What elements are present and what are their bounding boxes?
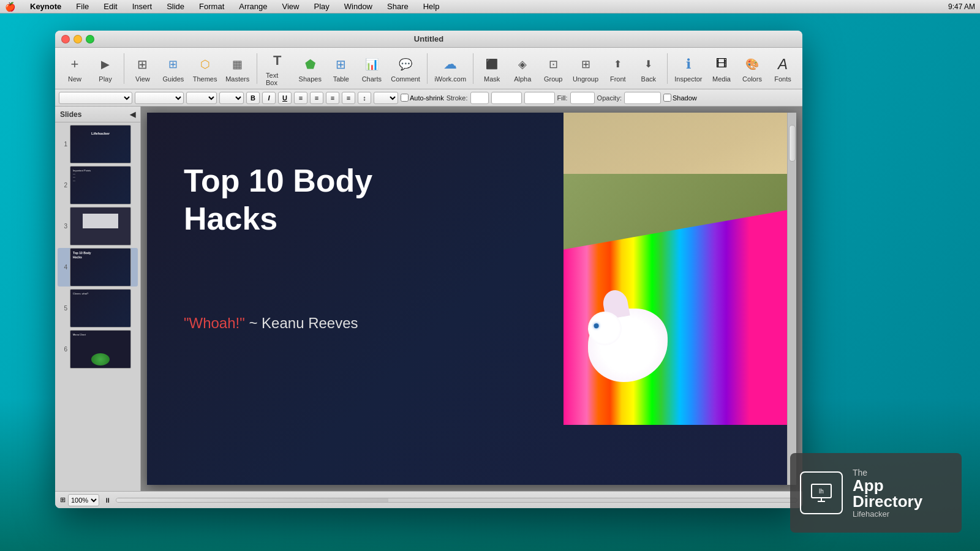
menu-insert[interactable]: Insert xyxy=(130,2,155,11)
underline-button[interactable]: U xyxy=(278,92,292,104)
text-color-select[interactable] xyxy=(219,92,244,104)
opacity-label: Opacity: xyxy=(597,94,622,102)
apple-logo-icon[interactable]: 🍎 xyxy=(5,2,15,12)
menu-file[interactable]: File xyxy=(74,2,91,11)
toolbar-charts-label: Charts xyxy=(362,75,382,83)
toolbar-alpha[interactable]: Alpha xyxy=(508,52,537,85)
app-dir-sub-label: Lifehacker xyxy=(853,509,952,519)
guides-icon xyxy=(164,54,183,74)
toolbar-back[interactable]: Back xyxy=(634,52,663,85)
slide-item-5[interactable]: 5 Clones: what? xyxy=(58,289,138,328)
slide-item-2[interactable]: 2 Important Points——— xyxy=(58,166,138,204)
toolbar-iwork-label: iWork.com xyxy=(434,75,466,83)
toolbar-fonts[interactable]: Fonts xyxy=(768,52,797,85)
toolbar-themes[interactable]: Themes xyxy=(189,52,221,85)
toolbar-ungroup[interactable]: Ungroup xyxy=(569,52,602,85)
font-style-select[interactable] xyxy=(135,92,184,104)
stroke-size-swatch[interactable] xyxy=(491,92,522,104)
toolbar-group[interactable]: Group xyxy=(538,52,568,85)
menu-arrange[interactable]: Arrange xyxy=(236,2,270,11)
menu-format[interactable]: Format xyxy=(197,2,227,11)
menu-window[interactable]: Window xyxy=(342,2,375,11)
toolbar-inspector-label: Inspector xyxy=(674,75,702,83)
line-spacing-button[interactable]: ↕ xyxy=(358,92,371,104)
minimize-button[interactable] xyxy=(74,35,82,43)
toolbar-masters[interactable]: Masters xyxy=(222,52,253,85)
scroll-thumb[interactable] xyxy=(789,125,796,162)
stroke-color-swatch[interactable] xyxy=(470,92,489,104)
fill-color-swatch[interactable] xyxy=(570,92,595,104)
menu-view[interactable]: View xyxy=(280,2,302,11)
zoom-select[interactable]: 100% 75% 50% 125% 150% xyxy=(68,494,99,506)
slides-collapse-icon[interactable]: ◀ xyxy=(130,110,135,119)
align-center-button[interactable]: ≡ xyxy=(310,92,323,104)
toolbar-shapes[interactable]: Shapes xyxy=(295,52,325,85)
toolbar-charts[interactable]: Charts xyxy=(357,52,386,85)
italic-button[interactable]: I xyxy=(262,92,276,104)
toolbar-comment-label: Comment xyxy=(391,75,420,83)
menu-share[interactable]: Share xyxy=(385,2,411,11)
toolbar-inspector[interactable]: Inspector xyxy=(671,52,706,85)
pause-icon[interactable]: ⏸ xyxy=(104,497,111,504)
zoom-control[interactable]: ⊞ 100% 75% 50% 125% 150% xyxy=(60,494,99,506)
toolbar-table[interactable]: Table xyxy=(326,52,356,85)
view-icon xyxy=(133,54,153,74)
maximize-button[interactable] xyxy=(86,35,94,43)
slide-item-6[interactable]: 6 Mana Chart xyxy=(58,330,138,369)
opacity-input[interactable] xyxy=(624,92,661,104)
slide-item-4[interactable]: 4 Top 10 BodyHacks xyxy=(58,248,138,287)
toolbar-colors[interactable]: Colors xyxy=(737,52,767,85)
toolbar-view[interactable]: View xyxy=(128,52,157,85)
shadow-checkbox[interactable] xyxy=(663,94,671,102)
play-icon xyxy=(96,54,115,74)
toolbar-mask[interactable]: Mask xyxy=(477,52,507,85)
slide-item-1[interactable]: 1 Lifehacker xyxy=(58,125,138,163)
toolbar-front[interactable]: Front xyxy=(603,52,633,85)
window-title: Untitled xyxy=(414,34,443,43)
toolbar-ungroup-label: Ungroup xyxy=(573,75,598,83)
fill-label: Fill: xyxy=(557,94,568,102)
slide-number-4: 4 xyxy=(58,264,70,271)
toolbar-iwork[interactable]: iWork.com xyxy=(431,52,469,85)
toolbar-fonts-label: Fonts xyxy=(774,75,791,83)
title-bar: Untitled xyxy=(55,31,802,48)
menu-play[interactable]: Play xyxy=(311,2,331,11)
app-dir-name-label: App Directory xyxy=(853,478,952,509)
toolbar-play[interactable]: Play xyxy=(91,52,120,85)
align-right-button[interactable]: ≡ xyxy=(326,92,339,104)
canvas-area[interactable]: Top 10 BodyHacks "Whoah!" ~ Keanu Reeves xyxy=(141,107,802,491)
close-button[interactable] xyxy=(61,35,70,43)
slide-thumb-1-text: Lifehacker xyxy=(70,126,130,139)
bold-button[interactable]: B xyxy=(246,92,260,104)
slide-thumb-5: Clones: what? xyxy=(70,289,131,328)
menu-edit[interactable]: Edit xyxy=(101,2,119,11)
menu-keynote[interactable]: Keynote xyxy=(28,2,64,11)
stroke-style-swatch[interactable] xyxy=(524,92,555,104)
menu-slide[interactable]: Slide xyxy=(164,2,187,11)
toolbar-comment[interactable]: Comment xyxy=(388,52,423,85)
font-size-select[interactable] xyxy=(186,92,217,104)
font-family-select[interactable] xyxy=(59,92,132,104)
slide-item-3[interactable]: 3 xyxy=(58,207,138,246)
scroll-bar[interactable] xyxy=(787,113,796,485)
toolbar-group-label: Group xyxy=(544,75,563,83)
slide-thumb-1: Lifehacker xyxy=(70,125,131,163)
shadow-label: Shadow xyxy=(663,94,697,102)
progress-bar[interactable] xyxy=(116,498,797,503)
autoshrink-checkbox[interactable] xyxy=(401,94,409,102)
toolbar-textbox[interactable]: Text Box xyxy=(261,48,294,89)
front-icon xyxy=(608,54,628,74)
toolbar-play-label: Play xyxy=(99,75,111,83)
columns-select[interactable] xyxy=(374,92,398,104)
menu-bar: 🍎 Keynote File Edit Insert Slide Format … xyxy=(0,0,980,13)
slide-thumb-6-text: Mana Chart xyxy=(70,331,130,339)
slide-title: Top 10 BodyHacks xyxy=(184,162,472,238)
toolbar-guides[interactable]: Guides xyxy=(159,52,188,85)
toolbar-media[interactable]: Media xyxy=(707,52,736,85)
toolbar-new[interactable]: New xyxy=(60,52,89,85)
align-justify-button[interactable]: ≡ xyxy=(342,92,355,104)
menu-help[interactable]: Help xyxy=(421,2,442,11)
pony-eye xyxy=(594,323,599,329)
align-left-button[interactable]: ≡ xyxy=(294,92,307,104)
colors-icon xyxy=(742,54,762,74)
